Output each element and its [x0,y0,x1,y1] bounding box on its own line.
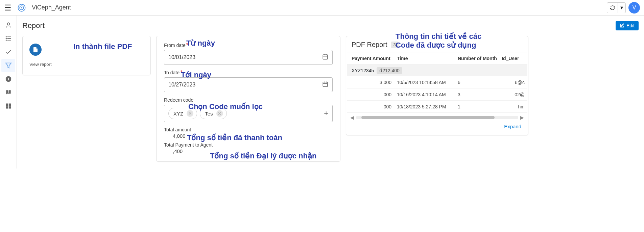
report-title: PDF Report [352,41,387,49]
scroll-thumb[interactable] [361,116,495,119]
to-date-label: To date [164,70,180,75]
report-table: Payment Amount Time Number of Month Id_U… [347,52,527,113]
scroll-track[interactable] [356,116,518,119]
svg-point-7 [6,36,6,37]
sidebar-filter-icon[interactable] [1,59,15,72]
sidebar-list-icon[interactable] [0,32,17,45]
menu-icon[interactable]: ☰ [4,3,11,12]
to-date-input[interactable] [168,82,322,88]
col-payment-amount[interactable]: Payment Amount [347,56,394,61]
app-logo [16,2,27,13]
total-payment-label: Total Payment to Agent [164,142,333,148]
sync-button[interactable] [607,3,618,13]
expand-link[interactable]: Expand [504,124,521,129]
add-chip-icon[interactable]: + [324,109,328,118]
sync-group: ▾ [607,2,626,13]
total-payment-value: ,400 [173,148,333,154]
total-amount-label: Total amount [164,127,333,132]
svg-point-3 [7,23,9,25]
horizontal-scrollbar[interactable]: ◀ ▶ [347,113,527,121]
col-months[interactable]: Number of Month [455,56,499,61]
sidebar-user-icon[interactable] [0,18,17,32]
from-date-input[interactable] [168,54,322,60]
svg-point-2 [21,7,22,8]
svg-point-9 [6,40,6,41]
chip-remove-icon[interactable]: × [216,110,223,117]
svg-marker-10 [5,63,11,68]
sidebar-feedback-icon[interactable]: ! [0,86,17,99]
sidebar-info-icon[interactable]: i [0,72,17,86]
svg-rect-16 [6,106,8,109]
svg-rect-18 [323,55,328,59]
edit-button[interactable]: Edit [616,21,639,30]
redeem-chips[interactable]: XYZ× Tes× + [164,105,333,122]
total-amount-value: 4,000 [173,133,333,139]
svg-rect-15 [8,104,11,106]
sidebar: i ! [0,16,17,169]
calendar-icon[interactable] [322,54,328,61]
page-title: Report [22,21,45,30]
svg-rect-22 [323,82,328,87]
group-code: XYZ12345 [352,68,374,73]
chip-remove-icon[interactable]: × [187,110,193,117]
table-row[interactable]: 000 10/16/2023 4:10:14 AM 3 02@ [347,88,527,101]
svg-rect-14 [6,104,8,106]
app-title: ViCeph_Agent [32,4,71,11]
table-row[interactable]: 3,000 10/5/2023 10:13:58 AM 6 u@c [347,76,527,88]
chip-tes: Tes× [200,108,226,119]
svg-rect-17 [8,106,11,109]
group-row[interactable]: XYZ12345 ₫212,400 [347,65,527,76]
scroll-right-icon[interactable]: ▶ [520,115,524,120]
form-card: Từ ngày From date* Tới ngày To date* [156,36,340,162]
sidebar-check-icon[interactable] [0,45,17,59]
report-count-badge: 3 [391,42,399,48]
user-avatar[interactable]: V [628,2,640,14]
table-row[interactable]: 000 10/18/2023 5:27:28 PM 1 hm [347,101,527,113]
view-report-link[interactable]: View report [29,62,144,67]
from-date-input-wrap[interactable] [164,50,333,65]
sync-caret[interactable]: ▾ [618,3,625,13]
calendar-icon[interactable] [322,81,328,88]
group-amount: ₫212,400 [377,67,402,74]
edit-label: Edit [626,23,635,28]
from-date-label: From date [164,43,186,48]
redeem-code-label: Redeem code [164,97,193,103]
svg-point-8 [6,38,6,39]
content: Report Edit In thành file PDF View repor… [17,16,644,169]
sidebar-apps-icon[interactable] [0,99,17,113]
report-card: Thông tin chi tiết về các Code đã được s… [346,36,528,135]
pdf-card: In thành file PDF View report [22,36,151,75]
svg-text:!: ! [8,90,9,94]
pdf-file-icon[interactable] [29,44,42,56]
chip-xyz: XYZ× [168,108,197,119]
col-time[interactable]: Time [394,56,455,61]
col-user[interactable]: Id_User [499,56,527,61]
scroll-left-icon[interactable]: ◀ [350,115,354,120]
to-date-input-wrap[interactable] [164,77,333,92]
svg-text:i: i [8,77,9,81]
top-bar: ☰ ViCeph_Agent ▾ V [0,0,644,16]
